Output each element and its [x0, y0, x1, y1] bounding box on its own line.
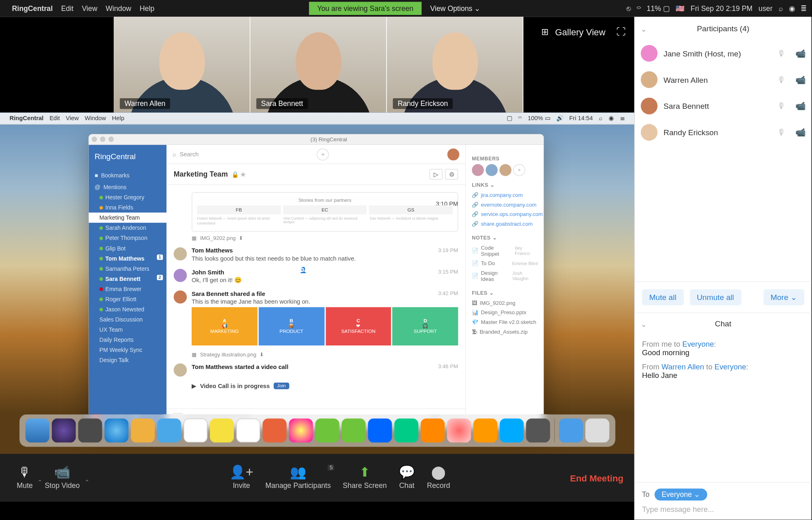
note-item[interactable]: 📄 Design IdeasJosh Vaughn	[472, 268, 538, 284]
siri-icon[interactable]: ◉	[789, 4, 795, 13]
file-item[interactable]: 📊 Design_Preso.pptx	[472, 308, 538, 317]
grid-icon[interactable]: ⊞	[541, 26, 549, 37]
download-icon[interactable]: ⬇	[259, 351, 264, 357]
chat-messages[interactable]: From me to Everyone: Good morning From W…	[635, 334, 812, 482]
invite-button[interactable]: 👤+ Invite	[223, 466, 259, 490]
record-button[interactable]: ⬤ Record	[421, 466, 456, 490]
more-button[interactable]: More ⌄	[763, 289, 804, 305]
dock-launchpad[interactable]	[78, 419, 102, 442]
microphone-icon[interactable]: 🎙	[777, 75, 786, 84]
video-call-button[interactable]: ▷	[430, 169, 443, 180]
fav-item[interactable]: Peter Thompson	[89, 233, 166, 243]
fav-item[interactable]: Inna Fields	[89, 203, 166, 213]
dm-item[interactable]: Emma Brewer	[89, 284, 166, 294]
collapse-icon[interactable]: ⌄	[641, 25, 647, 34]
dock-calendar[interactable]	[183, 419, 207, 442]
microphone-icon[interactable]: 🎙	[777, 48, 786, 58]
fav-item[interactable]: Hester Gregory	[89, 192, 166, 202]
dock-safari[interactable]	[104, 419, 128, 442]
sidebar-teams-head[interactable]: ⚙ Teams⊕	[294, 240, 339, 298]
link-item[interactable]: 🔗 evernote.company.com	[472, 200, 538, 210]
unmute-all-button[interactable]: Unmute all	[690, 289, 741, 305]
dock-downloads[interactable]	[559, 419, 583, 442]
share-screen-button[interactable]: ⬆ Share Screen	[337, 466, 393, 490]
files-heading[interactable]: FILES ⌄	[472, 290, 538, 296]
member-avatar[interactable]	[472, 164, 484, 176]
file-item[interactable]: 💎 Master File v2.0.sketch	[472, 317, 538, 327]
dock-keynote[interactable]	[420, 419, 444, 442]
dm-item[interactable]: Roger Elliott	[89, 294, 166, 304]
dock-itunes[interactable]	[447, 419, 471, 442]
video-tile-randy[interactable]: Randy Erickson	[387, 17, 523, 112]
mute-all-button[interactable]: Mute all	[642, 289, 684, 305]
dm-item[interactable]: Glip Bot	[89, 243, 166, 253]
dock-reminders[interactable]	[236, 419, 260, 442]
app-name[interactable]: RingCentral	[12, 4, 53, 13]
user-menu[interactable]: user	[758, 4, 772, 13]
participant-row[interactable]: Sara Bennett 🎙 📹	[641, 93, 806, 119]
camera-icon[interactable]: 📹	[795, 127, 806, 137]
file-attachment[interactable]: ▦ Strategy illustration.png ⬇	[174, 349, 458, 360]
current-user-avatar[interactable]	[447, 148, 460, 160]
rc-search-bar[interactable]: ⌕ Search +	[166, 145, 465, 164]
link-item[interactable]: 🔗 service.ops.company.com	[472, 209, 538, 219]
stop-video-button[interactable]: 📹 Stop Video ⌃	[39, 466, 86, 490]
note-item[interactable]: 📄 To DoEmmie Blint	[472, 259, 538, 268]
add-member-button[interactable]: +	[513, 164, 525, 176]
microphone-icon[interactable]: 🎙	[777, 101, 786, 111]
menu-view[interactable]: View	[82, 4, 97, 13]
video-tile-warren[interactable]: Warren Allen	[114, 17, 250, 112]
chat-button[interactable]: 💬 Chat	[393, 466, 421, 490]
dock-sysprefs[interactable]	[526, 419, 550, 442]
link-item[interactable]: 🔗 jira.company.com	[472, 190, 538, 200]
camera-icon[interactable]: 📹	[795, 101, 806, 111]
team-item[interactable]: UX Team	[89, 324, 166, 334]
menu-help[interactable]: Help	[140, 4, 154, 13]
dock-pages[interactable]	[368, 419, 392, 442]
team-item[interactable]: PM Weekly Sync	[89, 345, 166, 355]
microphone-icon[interactable]: 🎙	[777, 127, 786, 137]
dock-mail[interactable]	[157, 419, 181, 442]
participant-row[interactable]: Warren Allen 🎙 📹	[641, 67, 806, 93]
clock[interactable]: Fri Sep 20 2:19 PM	[691, 4, 753, 13]
notification-center-icon[interactable]: ≣	[801, 4, 807, 13]
expand-icon[interactable]: ⛶	[616, 26, 626, 37]
dm-item[interactable]: Tom Matthews1	[89, 253, 166, 263]
end-meeting-button[interactable]: End Meeting	[570, 473, 624, 483]
manage-participants-button[interactable]: 👥 5 Manage Participants	[259, 466, 337, 490]
link-item[interactable]: 🔗 share.goabstract.com	[472, 219, 538, 229]
dock-maps[interactable]	[262, 419, 286, 442]
mute-button[interactable]: 🎙 Mute ⌃	[11, 466, 39, 490]
team-item[interactable]: Sales Discussion	[89, 314, 166, 324]
flag-icon[interactable]: 🇺🇸	[676, 4, 685, 13]
dock-appstore[interactable]	[499, 419, 523, 442]
notes-heading[interactable]: NOTES ⌄	[472, 235, 538, 241]
video-tile-sara[interactable]: Sara Bennett	[251, 17, 387, 112]
collapse-icon[interactable]: ⌄	[641, 320, 647, 329]
links-heading[interactable]: LINKS ⌄	[472, 182, 538, 188]
camera-icon[interactable]: 📹	[795, 48, 806, 58]
sidebar-mentions[interactable]: @ Mentions	[89, 180, 166, 192]
dock-facetime[interactable]	[315, 419, 339, 442]
chat-input[interactable]: Type message here...	[642, 505, 804, 514]
file-item[interactable]: 🖼 IMG_9202.png	[472, 298, 538, 308]
fav-item-active[interactable]: Marketing Team	[89, 213, 166, 223]
gallery-view-label[interactable]: Gallery View	[555, 27, 605, 37]
image-attachment[interactable]: A📢MARKETING B📦PRODUCT C❤SATISFACTION D🎧S…	[192, 307, 458, 345]
join-call-button[interactable]: Join	[273, 382, 289, 389]
sidebar-bookmarks[interactable]: ■ Bookmarks	[89, 168, 166, 180]
camera-icon[interactable]: 📹	[795, 75, 806, 84]
participant-row[interactable]: Randy Erickson 🎙 📹	[641, 119, 806, 146]
dock-contacts[interactable]	[131, 419, 155, 442]
dm-item[interactable]: Sara Bennett2	[89, 274, 166, 284]
member-avatar[interactable]	[499, 164, 512, 176]
dock-finder[interactable]	[25, 419, 49, 442]
team-item[interactable]: Design Talk	[89, 355, 166, 365]
view-options-dropdown[interactable]: View Options ⌄	[430, 4, 480, 13]
wifi-icon[interactable]: ⌔	[637, 4, 641, 13]
dock-ibooks[interactable]	[473, 419, 497, 442]
file-item[interactable]: 🗜 Branded_Assets.zip	[472, 327, 538, 337]
dock-siri[interactable]	[52, 419, 76, 442]
participant-row[interactable]: Jane Smith (Host, me) 🎙 📹	[641, 40, 806, 67]
dm-item[interactable]: Jason Newsted	[89, 304, 166, 314]
